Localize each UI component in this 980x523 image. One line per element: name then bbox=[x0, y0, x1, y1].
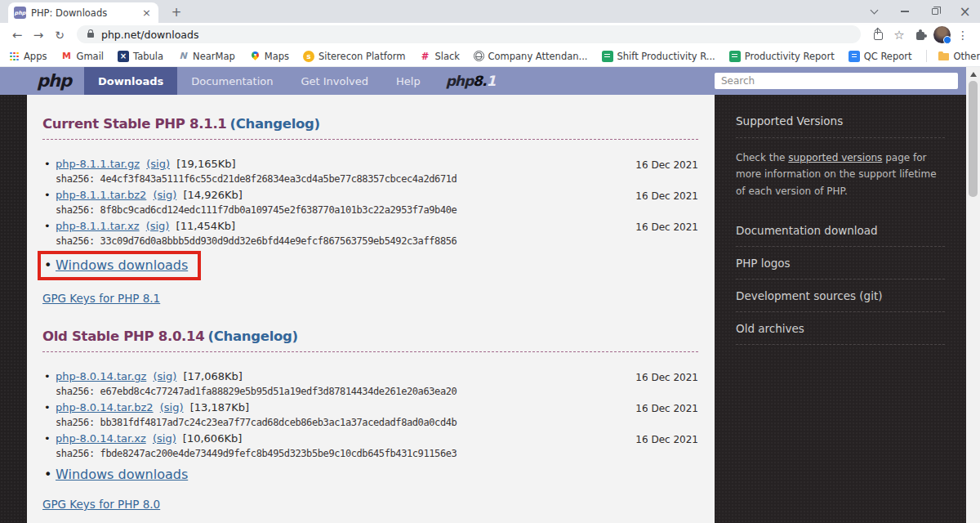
bookmark-siterecon-platform[interactable]: Siterecon Platform bbox=[303, 51, 405, 62]
section-title: Old Stable PHP 8.0.14 bbox=[42, 329, 204, 344]
close-button[interactable] bbox=[950, 0, 980, 23]
new-tab-button[interactable]: + bbox=[168, 5, 185, 20]
windows-downloads-link[interactable]: Windows downloads bbox=[56, 467, 188, 482]
lock-icon bbox=[87, 33, 94, 38]
sig-link[interactable]: (sig) bbox=[146, 220, 170, 232]
sidebar-link-supported-versions[interactable]: Supported Versions bbox=[736, 114, 945, 138]
nav-item-help[interactable]: Help bbox=[382, 67, 434, 95]
file-link[interactable]: php-8.0.14.tar.xz bbox=[56, 432, 146, 445]
profile-button[interactable] bbox=[931, 24, 952, 45]
forward-button[interactable] bbox=[28, 24, 49, 45]
browser-tab[interactable]: php PHP: Downloads bbox=[8, 2, 158, 23]
download-list: php-8.0.14.tar.gz (sig) [17,068Kb] 16 De… bbox=[42, 370, 698, 486]
bookmark-qc-report[interactable]: QC Report bbox=[849, 51, 912, 62]
siterecon-icon bbox=[303, 51, 314, 62]
nav-item-documentation[interactable]: Documentation bbox=[177, 67, 287, 95]
url-text: php.net/downloads bbox=[101, 29, 198, 41]
section-heading: Current Stable PHP 8.1.1(Changelog) bbox=[42, 116, 698, 140]
section-old-stable-php-8-0-14: Old Stable PHP 8.0.14(Changelog) php-8.0… bbox=[42, 329, 698, 512]
sidebar-link-php-logos[interactable]: PHP logos bbox=[736, 247, 945, 279]
reload-button[interactable] bbox=[49, 24, 70, 45]
sidebar-link-development-sources-git[interactable]: Development sources (git) bbox=[736, 279, 945, 312]
gpg-keys-link[interactable]: GPG Keys for PHP 8.0 bbox=[42, 498, 160, 511]
sheets-icon bbox=[729, 51, 741, 62]
back-button[interactable] bbox=[7, 24, 28, 45]
file-link[interactable]: php-8.1.1.tar.xz bbox=[56, 220, 140, 232]
search-input[interactable] bbox=[715, 73, 958, 89]
bookmark-apps[interactable]: Apps bbox=[8, 51, 47, 62]
sidebar-link-documentation-download[interactable]: Documentation download bbox=[736, 214, 945, 247]
bookmark-star-button[interactable] bbox=[889, 24, 910, 45]
address-bar[interactable]: php.net/downloads bbox=[77, 25, 861, 43]
minimize-button[interactable] bbox=[889, 0, 920, 23]
section-title: Current Stable PHP 8.1.1 bbox=[42, 116, 227, 132]
bookmarks-right: Other bookmarks Reading list bbox=[926, 50, 980, 62]
browser-toolbar: php.net/downloads bbox=[0, 23, 980, 46]
php-logo[interactable]: php bbox=[0, 67, 84, 95]
annotation-highlight-box: Windows downloads bbox=[38, 251, 201, 280]
kebab-menu-icon bbox=[957, 27, 969, 42]
tab-title: PHP: Downloads bbox=[31, 7, 136, 19]
bookmark-maps[interactable]: Maps bbox=[249, 51, 289, 62]
nav-item-downloads[interactable]: Downloads bbox=[84, 67, 177, 95]
sidebar: Supported Versions Check the supported v… bbox=[715, 95, 966, 523]
tab-search-button[interactable] bbox=[859, 0, 889, 23]
changelog-link[interactable]: (Changelog) bbox=[207, 329, 297, 344]
restore-icon bbox=[932, 8, 938, 15]
sig-link[interactable]: (sig) bbox=[160, 401, 184, 413]
share-button[interactable] bbox=[867, 24, 889, 45]
tab-close-icon[interactable] bbox=[140, 7, 153, 18]
bookmark-tabula[interactable]: Tabula bbox=[118, 51, 163, 62]
file-size: [14,926Kb] bbox=[183, 189, 242, 201]
php-favicon-icon: php bbox=[14, 7, 26, 19]
file-size: [10,606Kb] bbox=[183, 432, 242, 445]
extensions-button[interactable] bbox=[910, 24, 931, 45]
file-link[interactable]: php-8.0.14.tar.bz2 bbox=[56, 401, 154, 413]
globe-icon bbox=[474, 51, 484, 61]
sha256-hash: sha256: 8f8bc9cad6cd124edc111f7db0a10974… bbox=[42, 204, 698, 216]
download-item: php-8.0.14.tar.bz2 (sig) [13,187Kb] 16 D… bbox=[42, 401, 698, 428]
file-link[interactable]: php-8.0.14.tar.gz bbox=[56, 370, 146, 382]
sig-link[interactable]: (sig) bbox=[153, 370, 176, 382]
php-navbar: php Downloads Documentation Get Involved… bbox=[0, 67, 966, 95]
share-icon bbox=[874, 32, 883, 40]
file-link[interactable]: php-8.1.1.tar.gz bbox=[56, 158, 140, 170]
bookmark-shift-productivity-r[interactable]: Shift Productivity R... bbox=[602, 51, 715, 62]
php-8-1-logo[interactable]: php 8. 1 bbox=[434, 67, 507, 95]
bookmark-slack[interactable]: Slack bbox=[419, 51, 460, 62]
other-bookmarks-button[interactable]: Other bookmarks bbox=[938, 51, 980, 62]
changelog-link[interactable]: (Changelog) bbox=[230, 116, 320, 132]
maximize-button[interactable] bbox=[920, 0, 950, 23]
scrollbar-track[interactable] bbox=[966, 67, 980, 523]
file-link[interactable]: php-8.1.1.tar.bz2 bbox=[56, 189, 146, 201]
forward-icon bbox=[33, 27, 44, 42]
scroll-up-arrow[interactable] bbox=[970, 72, 977, 77]
sig-link[interactable]: (sig) bbox=[153, 189, 176, 201]
menu-button[interactable] bbox=[952, 24, 973, 45]
release-date: 16 Dec 2021 bbox=[635, 433, 698, 446]
nav-menu: Downloads Documentation Get Involved Hel… bbox=[84, 67, 434, 95]
sig-link[interactable]: (sig) bbox=[146, 158, 170, 170]
bookmark-company-attendan[interactable]: Company Attendan... bbox=[474, 51, 588, 62]
content-panel: Current Stable PHP 8.1.1(Changelog) php-… bbox=[27, 95, 715, 523]
bookmark-productivity-report[interactable]: Productivity Report bbox=[729, 51, 835, 62]
download-item: php-8.0.14.tar.xz (sig) [10,606Kb] 16 De… bbox=[42, 432, 698, 459]
bookmark-nearmap[interactable]: NearMap bbox=[177, 51, 235, 62]
sidebar-link-old-archives[interactable]: Old archives bbox=[736, 312, 945, 345]
window-controls bbox=[859, 0, 980, 23]
browser-titlebar: php PHP: Downloads + bbox=[0, 0, 980, 23]
windows-downloads-link[interactable]: Windows downloads bbox=[56, 257, 188, 273]
download-item: php-8.0.14.tar.gz (sig) [17,068Kb] 16 De… bbox=[42, 370, 698, 397]
nav-item-get-involved[interactable]: Get Involved bbox=[287, 67, 382, 95]
bookmark-gmail[interactable]: Gmail bbox=[60, 51, 104, 62]
docs-icon bbox=[849, 51, 860, 62]
release-date: 16 Dec 2021 bbox=[635, 190, 698, 203]
gpg-keys-link[interactable]: GPG Keys for PHP 8.1 bbox=[42, 292, 160, 305]
scrollbar-thumb[interactable] bbox=[969, 81, 978, 197]
slack-icon bbox=[419, 51, 430, 62]
sig-link[interactable]: (sig) bbox=[153, 432, 176, 445]
release-date: 16 Dec 2021 bbox=[635, 371, 698, 384]
file-size: [13,187Kb] bbox=[190, 401, 249, 413]
file-size: [17,068Kb] bbox=[183, 370, 242, 382]
supported-versions-inline-link[interactable]: supported versions bbox=[788, 152, 882, 163]
